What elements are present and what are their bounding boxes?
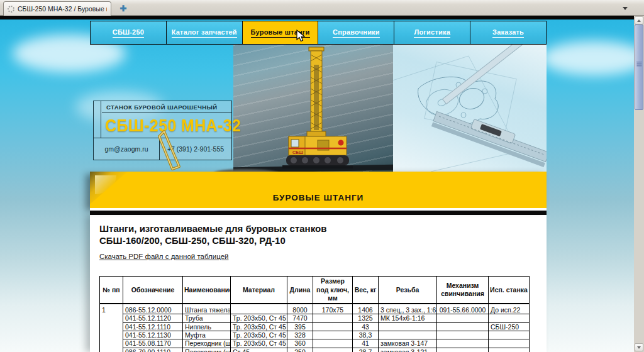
table-cell: 086-55.12.0000 [123, 304, 183, 314]
table-cell [313, 314, 353, 322]
table-cell: СБШ-250 [489, 322, 530, 331]
browser-tab[interactable]: СБШ-250 МНА-32 / Буровые ш... [3, 1, 111, 16]
heading-line-2: СБШ-160/200, СБШ-250, СБШ-320, РД-10 [99, 234, 547, 246]
column-header: Исп. станка [489, 277, 530, 304]
table-cell: 041-55.12.1110 [123, 322, 183, 331]
table-cell [437, 331, 489, 339]
table-cell: Труба [183, 314, 231, 322]
table-cell: 360 [287, 339, 313, 348]
table-cell [437, 339, 489, 348]
tab-title: СБШ-250 МНА-32 / Буровые ш... [18, 5, 107, 13]
table-cell: МК 154х6-1:16 [379, 314, 437, 322]
table-cell: 7470 [287, 314, 313, 322]
table-cell: 170х75 [313, 304, 353, 314]
table-cell [313, 348, 353, 352]
table-cell: 1325 [353, 314, 379, 322]
rig-logo-text: СБШ [292, 150, 303, 155]
table-cell [313, 331, 353, 339]
nav-item[interactable]: Каталог запчастей [167, 21, 243, 44]
nav-item-label: Справочники [333, 28, 380, 38]
column-header: Размер под ключ, мм [313, 277, 353, 304]
table-cell: 086-79.00.1110 [123, 348, 183, 352]
column-header: Механизм свинчивания [437, 277, 489, 304]
table-cell: 250 [287, 348, 313, 352]
main-nav: СБШ-250Каталог запчастейБуровые штангиСп… [90, 21, 547, 45]
drill-rig-illustration: СБШ [277, 46, 355, 172]
table-cell: 328 [287, 331, 313, 339]
page-curl-decoration [90, 172, 128, 204]
table-cell: Штанга тяжелая [183, 304, 231, 314]
table-cell [437, 348, 489, 352]
page-viewport: СБШ-250Каталог запчастейБуровые штангиСп… [0, 16, 644, 352]
column-header: Материал [231, 277, 287, 304]
table-cell: Тр. 203х50, Ст 45 [231, 314, 287, 322]
table-cell: 41 [353, 339, 379, 348]
table-cell: замковая 3-121 [379, 348, 437, 352]
table-cell: 3 спец., 3 зах., 1:6 [379, 304, 437, 314]
drafting-illustration [393, 45, 547, 172]
info-box-side-cell [94, 101, 101, 138]
table-row: 1086-55.12.0000Штанга тяжелая8000170х751… [100, 304, 530, 314]
table-row: 041-55.12.1120ТрубаТр. 203х50, Ст 457470… [100, 314, 530, 322]
parts-table: № ппОбозначениеНаименованиеМатериалДлина… [99, 276, 530, 352]
pdf-download-link[interactable]: Скачать PDF файл с данной таблицей [99, 253, 228, 260]
table-cell [231, 304, 287, 314]
scroll-down-button[interactable] [635, 343, 643, 351]
table-cell [379, 331, 437, 339]
tab-list-button[interactable] [620, 4, 630, 13]
row-number: 1 [100, 304, 123, 352]
table-cell [437, 322, 489, 331]
table-cell: Переходник (шп) [183, 339, 231, 348]
content-heading: Штанги, изготавливаемые для буровых стан… [99, 223, 547, 246]
table-row: 041-55.12.1110НиппельТр. 203х50, Ст 4539… [100, 322, 530, 331]
paperclip-icon [153, 128, 192, 173]
divider-black [90, 211, 547, 215]
table-cell: 1406 [353, 304, 379, 314]
table-cell: Муфта [183, 331, 231, 339]
table-cell: 091-55.66.0000 [437, 304, 489, 314]
table-row: 041-55.08.1170Переходник (шп)Тр. 203х50,… [100, 339, 530, 348]
table-header-row: № ппОбозначениеНаименованиеМатериалДлина… [100, 277, 530, 304]
screen: СБШ-250 МНА-32 / Буровые ш... ✚ СБШ-250К… [0, 0, 644, 352]
loading-spinner-icon [8, 6, 14, 13]
table-cell: Переходник (шар) [183, 348, 231, 352]
nav-item[interactable]: Справочники [318, 21, 394, 44]
nav-item-label: Заказать [492, 28, 524, 38]
cloud-decoration [541, 41, 644, 75]
table-cell: 041-55.08.1170 [123, 339, 183, 348]
table-cell: Тр. 203х50, Ст 45 [231, 339, 287, 348]
table-cell: 041-55.12.1130 [123, 331, 183, 339]
nav-item-label: СБШ-250 [113, 28, 144, 38]
table-cell [489, 314, 530, 322]
email-link[interactable]: gm@zaogm.ru [94, 138, 160, 160]
table-cell [379, 322, 437, 331]
table-cell: Тр. 203х50, Ст 45 [231, 331, 287, 339]
heading-line-1: Штанги, изготавливаемые для буровых стан… [99, 223, 547, 234]
nav-item[interactable]: Логистика [394, 21, 470, 44]
nav-item[interactable]: СБШ-250 [91, 21, 167, 44]
table-row: 086-79.00.1110Переходник (шар)Ст 4525028… [100, 348, 530, 352]
banner-title: БУРОВЫЕ ШТАНГИ [273, 193, 364, 208]
browser-tab-bar: СБШ-250 МНА-32 / Буровые ш... ✚ [0, 0, 644, 16]
table-cell [489, 339, 530, 348]
table-cell: Ниппель [183, 322, 231, 331]
table-cell [313, 322, 353, 331]
table-cell: 43 [353, 322, 379, 331]
table-cell [489, 331, 530, 339]
scroll-up-button[interactable] [635, 16, 643, 25]
nav-item-label: Логистика [414, 28, 450, 38]
column-header: Обозначение [123, 277, 183, 304]
nav-item[interactable]: Заказать [470, 21, 546, 44]
vertical-scrollbar[interactable] [634, 16, 644, 352]
new-tab-button[interactable]: ✚ [116, 3, 130, 14]
scrollbar-thumb[interactable] [635, 25, 643, 110]
column-header: Наименование [183, 277, 231, 304]
plus-icon: ✚ [120, 4, 127, 13]
nav-item[interactable]: Буровые штанги [243, 21, 319, 44]
table-cell: Тр. 203х50, Ст 45 [231, 322, 287, 331]
table-cell [489, 348, 530, 352]
table-cell: До исп.22 [489, 304, 530, 314]
mouse-cursor [296, 30, 305, 43]
table-cell [437, 314, 489, 322]
column-header: № пп [100, 277, 123, 304]
